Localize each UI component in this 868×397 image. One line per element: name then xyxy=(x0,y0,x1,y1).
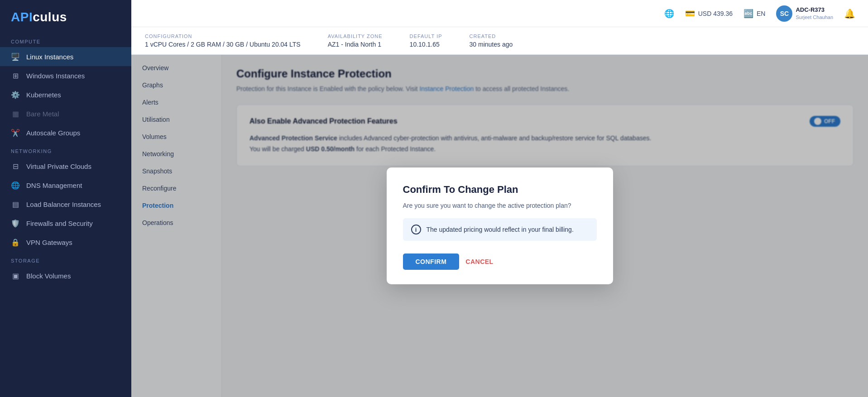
topbar: 🌐 💳 USD 439.36 🔤 EN SC ADC-R373 Surjeet … xyxy=(131,0,868,27)
ip-label: DEFAULT IP xyxy=(410,33,442,39)
sidebar-item-label: VPN Gateways xyxy=(26,239,72,246)
sidebar-item-linux-instances[interactable]: 🖥️ Linux Instances xyxy=(0,47,131,66)
sidebar-item-label: Linux Instances xyxy=(26,53,73,61)
currency-value: USD 439.36 xyxy=(698,10,733,17)
ip-col: DEFAULT IP 10.10.1.65 xyxy=(410,33,442,48)
compute-section-label: COMPUTE xyxy=(0,33,131,47)
globe-button[interactable]: 🌐 xyxy=(664,9,674,19)
notifications-button[interactable]: 🔔 xyxy=(844,8,855,19)
sidebar: APIculus COMPUTE 🖥️ Linux Instances ⊞ Wi… xyxy=(0,0,131,397)
autoscale-icon: ✂️ xyxy=(11,128,20,137)
confirm-button[interactable]: CONFIRM xyxy=(403,254,460,270)
wallet-icon: 💳 xyxy=(685,9,695,19)
avatar: SC xyxy=(776,5,792,22)
logo: APIculus xyxy=(0,0,131,33)
currency-display[interactable]: 💳 USD 439.36 xyxy=(685,9,733,19)
user-menu[interactable]: SC ADC-R373 Surjeet Chauhan xyxy=(776,5,833,22)
load-balancer-icon: ▤ xyxy=(11,200,20,209)
kubernetes-icon: ⚙️ xyxy=(11,90,20,99)
modal-info-box: i The updated pricing would reflect in y… xyxy=(403,218,597,241)
info-icon: i xyxy=(411,225,421,234)
created-value: 30 minutes ago xyxy=(470,41,513,48)
modal-overlay: Confirm To Change Plan Are you sure you … xyxy=(131,55,868,397)
networking-section-label: NETWORKING xyxy=(0,142,131,157)
ip-value: 10.10.1.65 xyxy=(410,41,442,48)
cancel-button[interactable]: CANCEL xyxy=(465,258,493,265)
translate-icon: 🔤 xyxy=(743,9,753,19)
sidebar-item-load-balancer[interactable]: ▤ Load Balancer Instances xyxy=(0,195,131,214)
content-area: Overview Graphs Alerts Utilisation Volum… xyxy=(131,55,868,397)
created-col: CREATED 30 minutes ago xyxy=(470,33,513,48)
az-col: AVAILABILITY ZONE AZ1 - India North 1 xyxy=(328,33,383,48)
modal-title: Confirm To Change Plan xyxy=(403,184,597,196)
sidebar-item-dns[interactable]: 🌐 DNS Management xyxy=(0,176,131,195)
sidebar-item-label: Load Balancer Instances xyxy=(26,201,101,208)
sidebar-item-bare-metal: ▦ Bare Metal xyxy=(0,104,131,123)
sidebar-item-vpc[interactable]: ⊟ Virtual Private Clouds xyxy=(0,157,131,176)
sidebar-item-label: Block Volumes xyxy=(26,272,71,280)
main-area: 🌐 💳 USD 439.36 🔤 EN SC ADC-R373 Surjeet … xyxy=(131,0,868,397)
sidebar-item-block-volumes[interactable]: ▣ Block Volumes xyxy=(0,266,131,285)
logo-text: APIculus xyxy=(11,10,67,24)
vpn-icon: 🔒 xyxy=(11,238,20,247)
language-value: EN xyxy=(757,10,765,17)
sidebar-item-label: Autoscale Groups xyxy=(26,129,80,137)
sidebar-item-vpn[interactable]: 🔒 VPN Gateways xyxy=(0,233,131,252)
sidebar-item-label: Firewalls and Security xyxy=(26,220,93,227)
config-col: CONFIGURATION 1 vCPU Cores / 2 GB RAM / … xyxy=(145,33,301,48)
modal-info-text: The updated pricing would reflect in you… xyxy=(427,226,574,233)
sidebar-item-label: Windows Instances xyxy=(26,72,85,80)
config-label: CONFIGURATION xyxy=(145,33,301,39)
az-label: AVAILABILITY ZONE xyxy=(328,33,383,39)
block-volumes-icon: ▣ xyxy=(11,271,20,280)
sidebar-item-label: Virtual Private Clouds xyxy=(26,163,91,170)
sidebar-item-kubernetes[interactable]: ⚙️ Kubernetes xyxy=(0,85,131,104)
linux-instances-icon: 🖥️ xyxy=(11,52,20,61)
modal-body: Are you sure you want to change the acti… xyxy=(403,202,597,209)
dns-icon: 🌐 xyxy=(11,181,20,190)
user-name: ADC-R373 xyxy=(796,6,833,14)
vpc-icon: ⊟ xyxy=(11,162,20,171)
storage-section-label: STORAGE xyxy=(0,252,131,266)
sidebar-item-label: Bare Metal xyxy=(26,110,59,118)
firewalls-icon: 🛡️ xyxy=(11,219,20,228)
bell-icon: 🔔 xyxy=(844,8,855,19)
instance-bar: CONFIGURATION 1 vCPU Cores / 2 GB RAM / … xyxy=(131,27,868,55)
config-value: 1 vCPU Cores / 2 GB RAM / 30 GB / Ubuntu… xyxy=(145,41,301,48)
language-selector[interactable]: 🔤 EN xyxy=(743,9,765,19)
modal-actions: CONFIRM CANCEL xyxy=(403,254,597,270)
az-value: AZ1 - India North 1 xyxy=(328,41,383,48)
sidebar-item-label: DNS Management xyxy=(26,182,82,189)
user-sub: Surjeet Chauhan xyxy=(796,14,833,20)
sidebar-item-firewalls[interactable]: 🛡️ Firewalls and Security xyxy=(0,214,131,233)
globe-icon: 🌐 xyxy=(664,9,674,19)
confirm-modal: Confirm To Change Plan Are you sure you … xyxy=(387,167,613,284)
sidebar-item-windows-instances[interactable]: ⊞ Windows Instances xyxy=(0,66,131,85)
sidebar-item-label: Kubernetes xyxy=(26,91,61,99)
user-info: ADC-R373 Surjeet Chauhan xyxy=(796,6,833,20)
windows-icon: ⊞ xyxy=(11,71,20,80)
bare-metal-icon: ▦ xyxy=(11,109,20,118)
sidebar-item-autoscale[interactable]: ✂️ Autoscale Groups xyxy=(0,123,131,142)
created-label: CREATED xyxy=(470,33,513,39)
